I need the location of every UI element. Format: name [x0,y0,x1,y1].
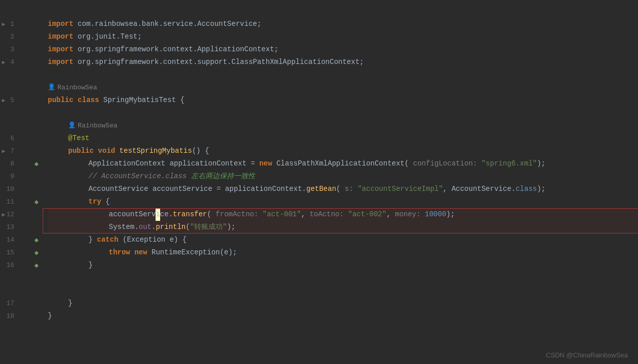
author-icon-2: 👤 [68,119,76,132]
line-num-8 [3,107,18,119]
code-line-author2: 👤 RainbowSea [48,119,638,132]
code-line-blank-top [48,5,638,18]
line-num-empty [3,5,18,18]
watermark: CSDN @ChinaRainbowSea [546,351,628,359]
line-num-10: 6 [3,132,18,145]
code-line-blank4 [48,284,638,297]
line-num-19: 15 [3,246,18,259]
author-name-2: RainbowSea [78,119,117,132]
line-num-12: 8 [3,157,18,170]
number-10000: 10000 [425,208,446,221]
keyword-class: class [78,94,99,107]
code-line-app-ctx: ApplicationContext applicationContext = … [48,157,638,170]
string-act002: "act-002" [348,208,387,221]
code-line-blank5 [48,322,638,335]
keyword-throw: throw [109,246,130,259]
keyword-catch: catch [97,234,118,246]
line-num-18: 14 [3,234,18,246]
string-act001: "act-001" [263,208,301,221]
keyword-import4: import [48,56,73,69]
keyword-public1: public [48,94,73,107]
keyword-out: out [139,221,151,234]
line-num-24: 18 [3,310,18,322]
method-name: testSpringMybatis [119,145,192,157]
line-num-20: 16 [3,259,18,272]
line-num-7: 5 [3,94,18,107]
author-name-1: RainbowSea [57,81,97,94]
method-println: println [156,221,186,234]
comment-chinese: 左右两边保持一致性 [191,170,255,183]
string-success: "转账成功" [190,221,227,234]
keyword-import2: import [48,30,73,43]
code-line-println: System. out . println ( "转账成功" ); [48,221,638,234]
line-num-23: 17 [3,297,18,310]
code-line-blank2 [48,107,638,119]
comment-text: // AccountService.class [88,170,191,183]
annotation-test: @Test [68,132,89,145]
keyword-new1: new [259,157,272,170]
code-line-import2: import org.junit.Test; [48,30,638,43]
code-line-throw: throw new RuntimeException(e); [48,246,638,259]
line-num-14: 10 [3,183,18,195]
code-line-method-end: } [48,297,638,310]
keyword-void: void [98,145,115,157]
keyword-class2: class [515,183,537,195]
code-line-import1: import com.rainbowsea.bank.service.Accou… [48,18,638,30]
line-num-13: 9 [3,170,18,183]
code-line-class-decl: public class SpringMybatisTest { [48,94,638,107]
keyword-import3: import [48,43,73,56]
line-num-17: 13 [3,221,18,234]
code-line-author1: 👤 RainbowSea [48,81,638,94]
keyword-public2: public [68,145,94,157]
code-line-acc-svc: AccountService accountService = applicat… [48,183,638,195]
code-line-catch: } catch (Exception e) { [48,234,638,246]
keyword-try: try [88,195,101,208]
line-num-11: 7 [3,145,18,157]
code-line-blank3 [48,272,638,284]
line-num-3: 3 [3,43,18,56]
breakpoint-gutter: ◆ ◆ ◆ ◆ ◆ [22,5,43,364]
keyword-new2: new [134,246,147,259]
line-num-21 [3,272,18,284]
code-line-method-decl: public void testSpringMybatis () { [48,145,638,157]
line-num-4: 4 [3,56,18,69]
string-impl: "accountServiceImpl" [357,183,443,195]
method-getbean: getBean [306,183,336,195]
string-spring6: "spring6.xml" [481,157,537,170]
line-num-9 [3,119,18,132]
keyword-import1: import [48,18,73,30]
method-transfer: transfer [173,208,207,221]
code-content: import com.rainbowsea.bank.service.Accou… [43,5,638,364]
line-num-1: 1 [3,18,18,30]
author-icon-1: 👤 [48,81,55,94]
code-line-annotation: @Test [48,132,638,145]
code-line-class-end: } [48,310,638,322]
line-num-16: 12 [3,208,18,221]
line-numbers: 1 2 3 4 5 6 7 8 9 10 11 12 13 14 15 16 1… [7,5,22,364]
code-line-catch-end: } [48,259,638,272]
code-line-import4: import org.springframework.context.suppo… [48,56,638,69]
code-line-import3: import org.springframework.context.Appli… [48,43,638,56]
line-num-22 [3,284,18,297]
code-line-transfer: accountServ i ce. transfer ( fromActno: … [48,208,638,221]
code-editor: ▶ ▶ ▶ ▶ ▶ [0,0,638,364]
code-line-try: try { [48,195,638,208]
cursor-highlight: i [156,208,160,221]
line-num-6 [3,81,18,94]
line-num-15: 11 [3,195,18,208]
code-line-blank1 [48,69,638,81]
line-num-2: 2 [3,30,18,43]
code-line-comment: // AccountService.class 左右两边保持一致性 [48,170,638,183]
line-num-5 [3,69,18,81]
line-num-25 [3,322,18,335]
